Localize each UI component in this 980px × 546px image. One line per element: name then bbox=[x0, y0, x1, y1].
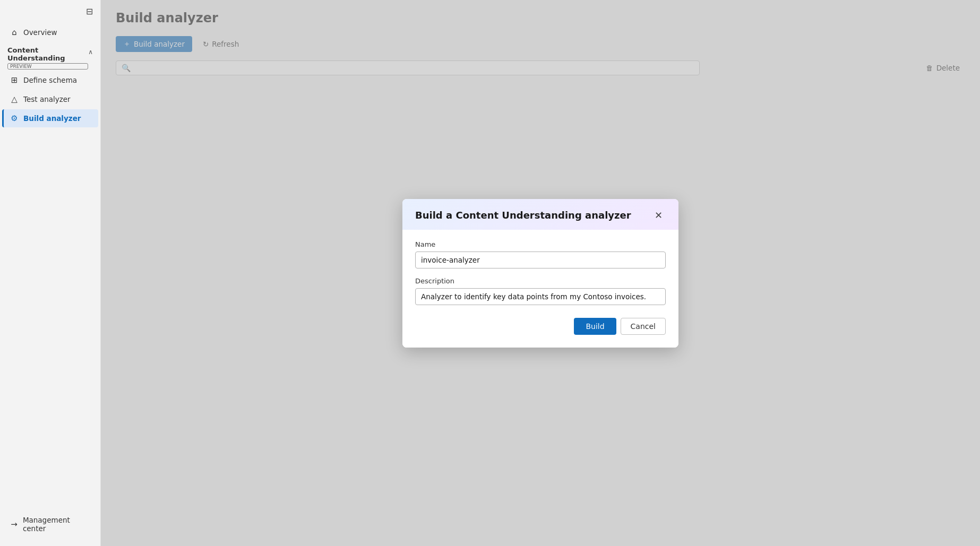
modal-overlay: Build a Content Understanding analyzer ✕… bbox=[101, 0, 980, 546]
sidebar-item-test-analyzer-label: Test analyzer bbox=[23, 95, 71, 103]
name-label: Name bbox=[415, 240, 666, 248]
modal-cancel-button[interactable]: Cancel bbox=[621, 318, 666, 335]
description-label: Description bbox=[415, 277, 666, 285]
sidebar-toggle-area: ⊟ bbox=[0, 0, 100, 23]
modal-build-button[interactable]: Build bbox=[574, 318, 616, 335]
description-field-group: Description bbox=[415, 277, 666, 305]
sidebar-bottom: → Management center bbox=[0, 511, 100, 546]
main-content: Build analyzer ＋ Build analyzer ↻ Refres… bbox=[101, 0, 980, 546]
preview-badge: PREVIEW bbox=[7, 63, 88, 70]
sidebar-item-define-schema[interactable]: ⊞ Define schema bbox=[2, 71, 98, 89]
test-analyzer-icon: △ bbox=[10, 94, 19, 104]
sidebar-toggle-button[interactable]: ⊟ bbox=[84, 4, 95, 19]
management-center-icon: → bbox=[10, 519, 19, 529]
sidebar-section-header[interactable]: Content Understanding PREVIEW ∧ bbox=[0, 42, 100, 71]
modal-header: Build a Content Understanding analyzer ✕ bbox=[402, 199, 678, 230]
sidebar-item-overview[interactable]: ⌂ Overview bbox=[2, 23, 98, 41]
sidebar-section-text: Content Understanding PREVIEW bbox=[7, 46, 88, 70]
modal-body: Name Description Build Cancel bbox=[402, 230, 678, 348]
home-icon: ⌂ bbox=[10, 28, 19, 37]
sidebar-item-define-schema-label: Define schema bbox=[23, 76, 77, 84]
modal-footer: Build Cancel bbox=[415, 314, 666, 335]
modal-close-button[interactable]: ✕ bbox=[651, 210, 666, 221]
sidebar-section-label: Content Understanding bbox=[7, 46, 88, 62]
sidebar-item-test-analyzer[interactable]: △ Test analyzer bbox=[2, 90, 98, 108]
sidebar-item-build-analyzer[interactable]: ⚙ Build analyzer bbox=[2, 109, 98, 127]
sidebar-item-build-analyzer-label: Build analyzer bbox=[23, 114, 81, 123]
build-analyzer-icon: ⚙ bbox=[10, 114, 19, 123]
sidebar-item-overview-label: Overview bbox=[23, 28, 57, 37]
chevron-up-icon: ∧ bbox=[88, 48, 93, 56]
sidebar: ⊟ ⌂ Overview Content Understanding PREVI… bbox=[0, 0, 101, 546]
sidebar-item-management-center[interactable]: → Management center bbox=[2, 512, 98, 537]
modal-title: Build a Content Understanding analyzer bbox=[415, 210, 631, 221]
define-schema-icon: ⊞ bbox=[10, 75, 19, 85]
name-input[interactable] bbox=[415, 252, 666, 268]
sidebar-item-management-center-label: Management center bbox=[23, 516, 91, 533]
modal: Build a Content Understanding analyzer ✕… bbox=[402, 199, 678, 348]
description-input[interactable] bbox=[415, 288, 666, 305]
name-field-group: Name bbox=[415, 240, 666, 268]
